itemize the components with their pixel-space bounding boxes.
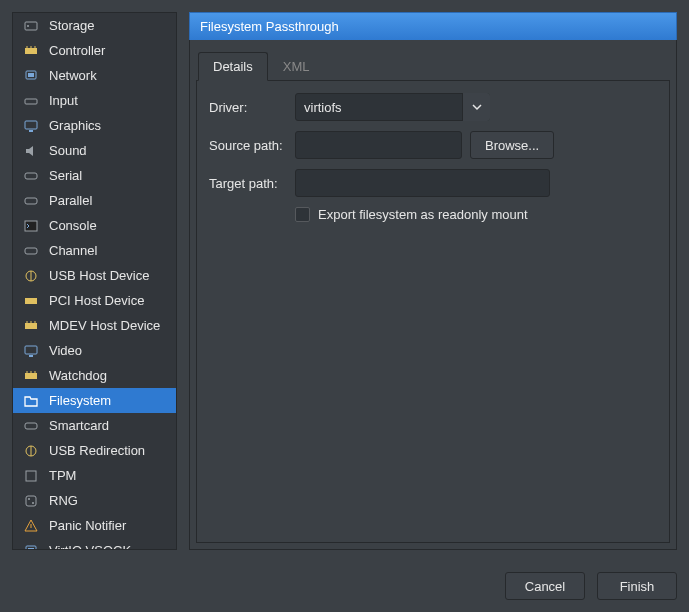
driver-select-wrap: virtiofs xyxy=(295,93,490,121)
network-icon xyxy=(23,68,39,84)
sidebar-item-filesystem[interactable]: Filesystem xyxy=(13,388,176,413)
sidebar-item-controller[interactable]: Controller xyxy=(13,38,176,63)
sound-icon xyxy=(23,143,39,159)
svg-rect-32 xyxy=(26,496,36,506)
target-path-label: Target path: xyxy=(209,176,287,191)
vsock-icon xyxy=(23,543,39,551)
details-pane: Details XML Driver: virtiofs xyxy=(189,40,677,550)
svg-rect-12 xyxy=(25,198,37,204)
tab-xml[interactable]: XML xyxy=(268,52,325,81)
sidebar-item-input[interactable]: Input xyxy=(13,88,176,113)
mdev-icon xyxy=(23,318,39,334)
svg-rect-2 xyxy=(25,48,37,54)
channel-icon xyxy=(23,243,39,259)
browse-button[interactable]: Browse... xyxy=(470,131,554,159)
svg-rect-24 xyxy=(25,373,37,379)
svg-rect-23 xyxy=(29,355,33,357)
footer: Cancel Finish xyxy=(0,562,689,612)
watchdog-icon xyxy=(23,368,39,384)
main-area: StorageControllerNetworkInputGraphicsSou… xyxy=(0,0,689,562)
sidebar-item-label: TPM xyxy=(49,468,76,483)
sidebar-item-network[interactable]: Network xyxy=(13,63,176,88)
tabs: Details XML xyxy=(198,52,676,81)
usb-icon xyxy=(23,268,39,284)
sidebar-item-graphics[interactable]: Graphics xyxy=(13,113,176,138)
sidebar-item-mdev-host-device[interactable]: MDEV Host Device xyxy=(13,313,176,338)
sidebar-item-label: PCI Host Device xyxy=(49,293,144,308)
readonly-checkbox[interactable] xyxy=(295,207,310,222)
svg-rect-9 xyxy=(25,121,37,129)
sidebar-item-label: Controller xyxy=(49,43,105,58)
panic-icon xyxy=(23,518,39,534)
sidebar-item-label: MDEV Host Device xyxy=(49,318,160,333)
svg-rect-0 xyxy=(25,22,37,30)
sidebar-item-label: Storage xyxy=(49,18,95,33)
sidebar-item-label: Input xyxy=(49,93,78,108)
sidebar-item-usb-redirection[interactable]: USB Redirection xyxy=(13,438,176,463)
sidebar-item-console[interactable]: Console xyxy=(13,213,176,238)
sidebar-item-rng[interactable]: RNG xyxy=(13,488,176,513)
sidebar-item-panic-notifier[interactable]: Panic Notifier xyxy=(13,513,176,538)
sidebar-item-storage[interactable]: Storage xyxy=(13,13,176,38)
svg-rect-17 xyxy=(25,298,37,304)
sidebar-item-label: Filesystem xyxy=(49,393,111,408)
tab-details[interactable]: Details xyxy=(198,52,268,81)
cancel-button[interactable]: Cancel xyxy=(505,572,585,600)
sidebar-item-label: Channel xyxy=(49,243,97,258)
sidebar-item-sound[interactable]: Sound xyxy=(13,138,176,163)
serial-icon xyxy=(23,168,39,184)
sidebar-item-watchdog[interactable]: Watchdog xyxy=(13,363,176,388)
tpm-icon xyxy=(23,468,39,484)
source-path-label: Source path: xyxy=(209,138,287,153)
svg-rect-13 xyxy=(25,221,37,231)
sidebar-item-label: Video xyxy=(49,343,82,358)
sidebar-item-label: Console xyxy=(49,218,97,233)
svg-rect-18 xyxy=(25,323,37,329)
smartcard-icon xyxy=(23,418,39,434)
finish-button[interactable]: Finish xyxy=(597,572,677,600)
source-path-input[interactable] xyxy=(295,131,462,159)
svg-rect-10 xyxy=(29,130,33,132)
svg-rect-22 xyxy=(25,346,37,354)
driver-select[interactable]: virtiofs xyxy=(295,93,490,121)
sidebar-item-smartcard[interactable]: Smartcard xyxy=(13,413,176,438)
page-title: Filesystem Passthrough xyxy=(189,12,677,40)
target-path-input[interactable] xyxy=(295,169,550,197)
sidebar-item-label: Watchdog xyxy=(49,368,107,383)
sidebar-item-tpm[interactable]: TPM xyxy=(13,463,176,488)
svg-rect-31 xyxy=(26,471,36,481)
target-path-row: Target path: xyxy=(209,169,657,197)
sidebar-item-serial[interactable]: Serial xyxy=(13,163,176,188)
sidebar: StorageControllerNetworkInputGraphicsSou… xyxy=(12,12,177,550)
sidebar-item-label: RNG xyxy=(49,493,78,508)
sidebar-item-label: Panic Notifier xyxy=(49,518,126,533)
sidebar-item-video[interactable]: Video xyxy=(13,338,176,363)
sidebar-item-usb-host-device[interactable]: USB Host Device xyxy=(13,263,176,288)
driver-label: Driver: xyxy=(209,100,287,115)
sidebar-item-parallel[interactable]: Parallel xyxy=(13,188,176,213)
svg-rect-37 xyxy=(28,548,34,551)
sidebar-item-label: Graphics xyxy=(49,118,101,133)
sidebar-item-label: VirtIO VSOCK xyxy=(49,543,131,550)
filesystem-icon xyxy=(23,393,39,409)
sidebar-item-label: USB Host Device xyxy=(49,268,149,283)
console-icon xyxy=(23,218,39,234)
sidebar-item-label: USB Redirection xyxy=(49,443,145,458)
svg-point-33 xyxy=(28,498,30,500)
video-icon xyxy=(23,343,39,359)
sidebar-item-virtio-vsock[interactable]: VirtIO VSOCK xyxy=(13,538,176,550)
controller-icon xyxy=(23,43,39,59)
svg-rect-28 xyxy=(25,423,37,429)
svg-rect-8 xyxy=(25,99,37,104)
sidebar-item-label: Serial xyxy=(49,168,82,183)
readonly-row: Export filesystem as readonly mount xyxy=(295,207,657,222)
readonly-label: Export filesystem as readonly mount xyxy=(318,207,528,222)
svg-rect-7 xyxy=(28,73,34,77)
pci-icon xyxy=(23,293,39,309)
source-path-row: Source path: Browse... xyxy=(209,131,657,159)
driver-row: Driver: virtiofs xyxy=(209,93,657,121)
sidebar-item-channel[interactable]: Channel xyxy=(13,238,176,263)
sidebar-item-pci-host-device[interactable]: PCI Host Device xyxy=(13,288,176,313)
sidebar-item-label: Smartcard xyxy=(49,418,109,433)
svg-rect-11 xyxy=(25,173,37,179)
